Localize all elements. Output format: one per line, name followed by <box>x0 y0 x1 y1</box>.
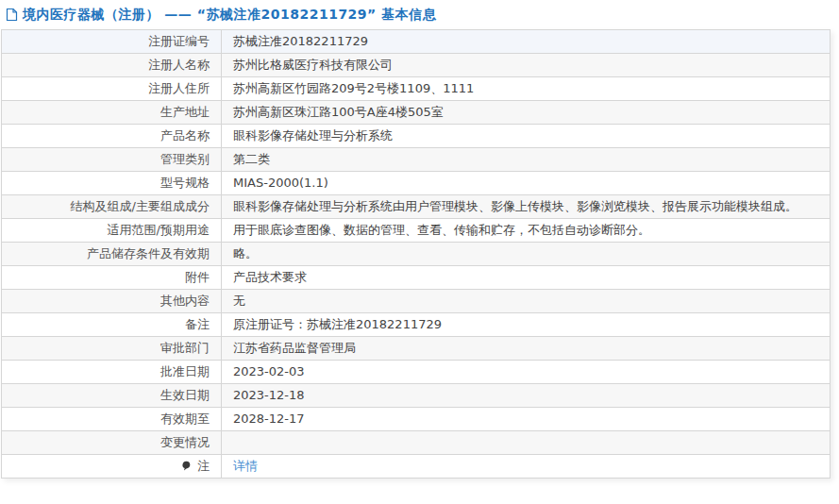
detail-link[interactable]: 详情 <box>233 459 258 473</box>
row-value: 苏州比格威医疗科技有限公司 <box>222 54 831 77</box>
row-label-cell: 结构及组成/主要组成成分 <box>2 195 222 219</box>
row-label: 注册人名称 <box>148 58 210 72</box>
page-header: 境内医疗器械（注册） —— “苏械注准20182211729” 基本信息 <box>0 0 839 29</box>
page-title: 境内医疗器械（注册） —— “苏械注准20182211729” 基本信息 <box>23 7 436 24</box>
table-row: 批准日期 2023-02-03 <box>2 361 831 384</box>
row-label-cell: 生效日期 <box>2 384 222 408</box>
row-value: 第二类 <box>222 148 831 172</box>
row-label: 批准日期 <box>160 364 210 378</box>
row-value: 2028-12-17 <box>222 408 831 431</box>
row-label: 注册证编号 <box>148 34 210 48</box>
row-value: 详情 <box>222 455 831 479</box>
table-row: 生产地址 苏州高新区珠江路100号A座4楼505室 <box>2 101 831 125</box>
table-row: 产品名称 眼科影像存储处理与分析系统 <box>2 125 831 148</box>
row-label-cell: 其他内容 <box>2 290 222 313</box>
row-value <box>222 431 831 455</box>
row-value: 用于眼底诊查图像、数据的管理、查看、传输和贮存，不包括自动诊断部分。 <box>222 219 831 243</box>
row-label-cell: 变更情况 <box>2 431 222 455</box>
registration-info-table: 注册证编号 苏械注准20182211729 注册人名称 苏州比格威医疗科技有限公… <box>1 29 831 479</box>
row-label-cell: 附件 <box>2 266 222 290</box>
table-row: 结构及组成/主要组成成分 眼科影像存储处理与分析系统由用户管理模块、影像上传模块… <box>2 195 831 219</box>
table-row: 产品储存条件及有效期 略。 <box>2 243 831 266</box>
table-row: 型号规格 MIAS-2000(1.1) <box>2 172 831 195</box>
row-label: 结构及组成/主要组成成分 <box>71 199 210 213</box>
row-label: 适用范围/预期用途 <box>108 223 210 237</box>
row-label: 审批部门 <box>160 341 210 355</box>
row-value: 苏州高新区珠江路100号A座4楼505室 <box>222 101 831 125</box>
row-value: 眼科影像存储处理与分析系统由用户管理模块、影像上传模块、影像浏览模块、报告展示功… <box>222 195 831 219</box>
table-row: 有效期至 2028-12-17 <box>2 408 831 431</box>
row-label-cell: 管理类别 <box>2 148 222 172</box>
row-label-cell: 生产地址 <box>2 101 222 125</box>
row-label: 注 <box>197 459 210 473</box>
row-label-cell: 产品名称 <box>2 125 222 148</box>
row-label: 有效期至 <box>160 412 210 426</box>
row-value: 原注册证号：苏械注准20182211729 <box>222 313 831 337</box>
row-value: 产品技术要求 <box>222 266 831 290</box>
table-row: 注册人住所 苏州高新区竹园路209号2号楼1109、1111 <box>2 77 831 101</box>
row-value: 无 <box>222 290 831 313</box>
row-label-cell: 型号规格 <box>2 172 222 195</box>
row-value: 眼科影像存储处理与分析系统 <box>222 125 831 148</box>
row-value: 苏州高新区竹园路209号2号楼1109、1111 <box>222 77 831 101</box>
row-label: 注册人住所 <box>148 81 210 95</box>
row-label-cell: 注册人住所 <box>2 77 222 101</box>
table-row: 其他内容 无 <box>2 290 831 313</box>
row-value: 2023-12-18 <box>222 384 831 408</box>
row-label-cell: 注册人名称 <box>2 54 222 77</box>
table-row: 变更情况 <box>2 431 831 455</box>
row-label: 附件 <box>185 270 210 284</box>
row-label-cell: 备注 <box>2 313 222 337</box>
table-row: 注册证编号 苏械注准20182211729 <box>2 30 831 54</box>
row-label: 其他内容 <box>160 294 210 308</box>
row-label: 型号规格 <box>160 176 210 190</box>
row-value: 略。 <box>222 243 831 266</box>
table-row: 备注 原注册证号：苏械注准20182211729 <box>2 313 831 337</box>
table-row: 附件 产品技术要求 <box>2 266 831 290</box>
row-label-cell: 注册证编号 <box>2 30 222 54</box>
row-label: 变更情况 <box>160 435 210 449</box>
info-table-body: 注册证编号 苏械注准20182211729 注册人名称 苏州比格威医疗科技有限公… <box>2 30 831 479</box>
row-label: 备注 <box>185 317 210 331</box>
table-row: 注册人名称 苏州比格威医疗科技有限公司 <box>2 54 831 77</box>
row-label: 产品名称 <box>160 128 210 143</box>
row-value: 江苏省药品监督管理局 <box>222 337 831 361</box>
table-row: 生效日期 2023-12-18 <box>2 384 831 408</box>
row-label-cell: 有效期至 <box>2 408 222 431</box>
table-row: 审批部门 江苏省药品监督管理局 <box>2 337 831 361</box>
row-value: MIAS-2000(1.1) <box>222 172 831 195</box>
row-label: 生产地址 <box>160 105 210 119</box>
row-label: 管理类别 <box>160 152 210 166</box>
row-label-cell: 注 <box>2 455 222 479</box>
row-label-cell: 适用范围/预期用途 <box>2 219 222 243</box>
row-value: 2023-02-03 <box>222 361 831 384</box>
document-icon <box>6 8 18 22</box>
note-icon <box>181 460 192 475</box>
row-label: 生效日期 <box>160 388 210 402</box>
table-row: 注 详情 <box>2 455 831 479</box>
table-row: 管理类别 第二类 <box>2 148 831 172</box>
row-label-cell: 产品储存条件及有效期 <box>2 243 222 266</box>
row-label: 产品储存条件及有效期 <box>87 246 210 260</box>
table-row: 适用范围/预期用途 用于眼底诊查图像、数据的管理、查看、传输和贮存，不包括自动诊… <box>2 219 831 243</box>
row-label-cell: 批准日期 <box>2 361 222 384</box>
row-label-cell: 审批部门 <box>2 337 222 361</box>
row-value: 苏械注准20182211729 <box>222 30 831 54</box>
